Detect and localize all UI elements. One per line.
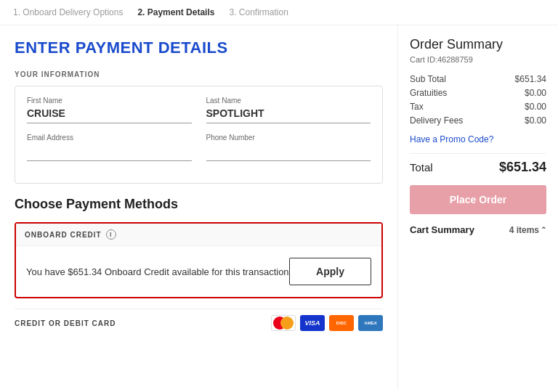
credit-debit-row: CREDIT OR DEBIT CARD VISA DISC AMEX [15,309,383,337]
amex-icon: AMEX [358,315,383,331]
tax-value: $0.00 [525,102,546,112]
sub-total-row: Sub Total $651.34 [410,74,546,84]
total-label: Total [410,161,433,173]
right-panel: Order Summary Cart ID:46288759 Sub Total… [398,25,558,390]
tax-row: Tax $0.00 [410,102,546,112]
discover-icon: DISC [329,315,354,331]
onboard-credit-info-icon[interactable]: i [106,229,116,240]
email-label: Email Address [27,134,192,142]
breadcrumb-step-3[interactable]: 3. Confirmation [229,7,288,17]
customer-info-box: First Name CRUISE Last Name SPOTLIGHT Em… [15,86,383,184]
last-name-label: Last Name [206,97,371,105]
place-order-button[interactable]: Place Order [410,185,546,214]
phone-group: Phone Number [206,134,371,161]
last-name-group: Last Name SPOTLIGHT [206,97,371,123]
onboard-credit-body: You have $651.34 Onboard Credit availabl… [16,246,381,297]
phone-label: Phone Number [206,134,371,142]
gratuities-value: $0.00 [525,88,546,98]
your-information-label: YOUR INFORMATION [15,70,383,78]
cart-id: Cart ID:46288759 [410,55,546,64]
breadcrumb-step-2[interactable]: 2. Payment Details [137,7,214,17]
page-title: ENTER PAYMENT DETAILS [15,38,383,57]
first-name-label: First Name [27,97,192,105]
credit-debit-label: CREDIT OR DEBIT CARD [15,319,116,327]
cart-item-count[interactable]: 4 items ⌃ [509,225,546,235]
mastercard-icon [271,315,296,331]
sub-total-label: Sub Total [410,74,446,84]
cart-summary-row: Cart Summary 4 items ⌃ [410,224,546,235]
onboard-credit-section: ONBOARD CREDIT i You have $651.34 Onboar… [15,222,383,298]
delivery-fees-label: Delivery Fees [410,115,463,126]
apply-button[interactable]: Apply [289,258,371,285]
breadcrumb: 1. Onboard Delivery Options 2. Payment D… [0,0,558,25]
cart-summary-label: Cart Summary [410,224,474,235]
tax-label: Tax [410,102,424,112]
card-icons: VISA DISC AMEX [271,315,383,331]
order-summary-title: Order Summary [410,37,546,52]
summary-rows: Sub Total $651.34 Gratuities $0.00 Tax $… [410,74,546,126]
name-row: First Name CRUISE Last Name SPOTLIGHT [27,97,371,123]
left-panel: ENTER PAYMENT DETAILS YOUR INFORMATION F… [0,25,398,390]
contact-row: Email Address Phone Number [27,134,371,161]
gratuities-row: Gratuities $0.00 [410,88,546,98]
email-field[interactable] [27,144,192,161]
promo-code-link[interactable]: Have a Promo Code? [410,134,546,144]
first-name-value: CRUISE [27,107,192,123]
onboard-credit-header: ONBOARD CREDIT i [16,224,381,246]
credit-available-text: You have $651.34 Onboard Credit availabl… [26,266,289,277]
sub-total-value: $651.34 [515,74,546,84]
first-name-group: First Name CRUISE [27,97,192,123]
phone-field[interactable] [206,144,371,161]
delivery-fees-row: Delivery Fees $0.00 [410,115,546,126]
last-name-value: SPOTLIGHT [206,107,371,123]
delivery-fees-value: $0.00 [525,115,546,126]
total-row: Total $651.34 [410,153,546,175]
gratuities-label: Gratuities [410,88,447,98]
onboard-credit-label: ONBOARD CREDIT [25,231,102,239]
total-value: $651.34 [499,160,546,175]
email-group: Email Address [27,134,192,161]
chevron-down-icon: ⌃ [541,226,546,234]
breadcrumb-step-1[interactable]: 1. Onboard Delivery Options [13,7,123,17]
main-layout: ENTER PAYMENT DETAILS YOUR INFORMATION F… [0,25,558,390]
choose-payment-title: Choose Payment Methods [15,197,383,212]
visa-icon: VISA [300,315,325,331]
